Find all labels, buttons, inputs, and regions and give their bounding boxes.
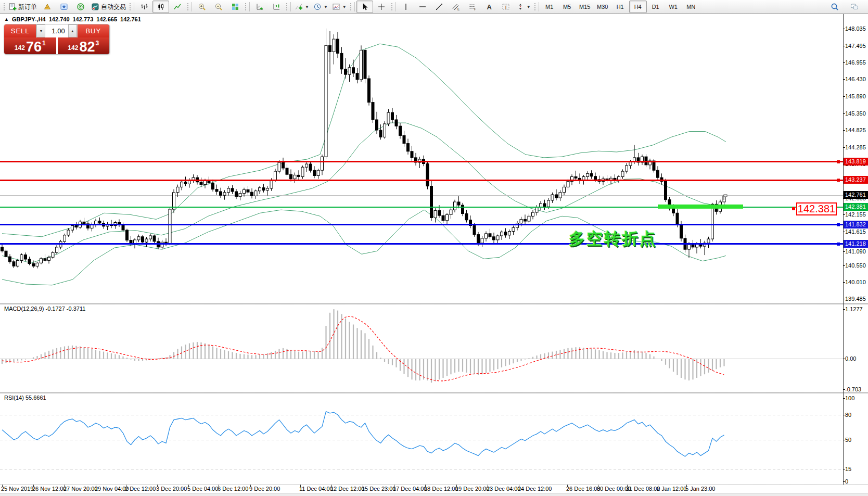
- volume-decrease-button[interactable]: ▼: [36, 24, 45, 37]
- trend-line-icon: [435, 3, 443, 11]
- volume-value[interactable]: 1.00: [45, 24, 68, 37]
- hline-handle[interactable]: [837, 160, 840, 163]
- one-click-trading-panel: SELL ▼ 1.00 ▲ BUY 142 76 1 142 82 3: [4, 24, 109, 54]
- chart-text-annotation[interactable]: 多空转折点: [569, 228, 657, 250]
- candle-body: [247, 189, 249, 192]
- tf-m1-button[interactable]: M1: [541, 1, 558, 13]
- text-label-button[interactable]: T: [497, 1, 514, 13]
- text-button[interactable]: A: [481, 1, 497, 13]
- candle-body: [75, 226, 78, 227]
- candle-body: [169, 209, 171, 244]
- tf-m1-label: M1: [545, 4, 553, 10]
- macd-indicator-label: MACD(12,26,9) -0.1727 -0.3711: [4, 306, 85, 312]
- crosshair-button[interactable]: [373, 1, 390, 13]
- cursor-icon: [361, 3, 369, 11]
- new-order-button[interactable]: 新订单: [6, 1, 39, 13]
- tf-h1-button[interactable]: H1: [611, 1, 629, 13]
- time-tick-label: 5 Dec 04:00: [187, 486, 218, 492]
- auto-scroll-button[interactable]: [251, 1, 268, 13]
- hline-handle[interactable]: [837, 179, 840, 182]
- search-button[interactable]: [826, 1, 843, 13]
- tf-m30-button[interactable]: M30: [594, 1, 611, 13]
- candle-body: [293, 175, 296, 179]
- horizontal-line-button[interactable]: [414, 1, 431, 13]
- candle-body: [259, 188, 261, 191]
- line-chart-button[interactable]: [169, 1, 186, 13]
- terminal-button[interactable]: [72, 1, 89, 13]
- candle-body: [231, 188, 234, 192]
- candle-body: [621, 171, 624, 176]
- candle-body: [145, 239, 148, 242]
- chart-window[interactable]: 148.035147.495146.955146.430145.890145.3…: [0, 14, 868, 496]
- pane-separator[interactable]: [0, 485, 868, 485]
- tile-windows-button[interactable]: [227, 1, 244, 13]
- equidistant-channel-icon: E: [452, 3, 460, 11]
- candle-body: [465, 214, 468, 220]
- tf-m5-button[interactable]: M5: [558, 1, 576, 13]
- price-callout-handle[interactable]: [792, 207, 795, 210]
- tf-mn-button[interactable]: MN: [682, 1, 700, 13]
- buy-button[interactable]: BUY: [78, 24, 109, 37]
- fibonacci-button[interactable]: F: [464, 1, 481, 13]
- candle-body: [227, 188, 230, 193]
- periods-dropdown-icon[interactable]: ▼: [324, 5, 328, 9]
- candlestick-chart-button[interactable]: [152, 1, 169, 13]
- main-chart-canvas[interactable]: [0, 14, 868, 303]
- zoom-out-button[interactable]: [210, 1, 227, 13]
- periods-button[interactable]: ▼: [311, 1, 330, 13]
- candle-body: [563, 187, 566, 192]
- candle-body: [586, 173, 589, 176]
- rsi-tick-label: 15: [845, 465, 868, 473]
- time-tick-label: 25 Nov 2019: [1, 486, 33, 492]
- volume-increase-button[interactable]: ▲: [68, 24, 77, 37]
- candle-body: [56, 247, 58, 252]
- indicators-dropdown-icon[interactable]: ▼: [305, 5, 309, 9]
- navigator-button[interactable]: [56, 1, 72, 13]
- chat-button[interactable]: [846, 1, 863, 13]
- hline-handle[interactable]: [837, 243, 840, 246]
- toolbar-separator: [395, 2, 396, 11]
- crosshair-icon: [377, 3, 386, 11]
- buy-price-button[interactable]: 142 82 3: [58, 37, 110, 54]
- price-callout-label[interactable]: 142.381: [796, 202, 837, 215]
- candle-body: [52, 252, 54, 257]
- candle-body: [239, 194, 241, 197]
- candle-body: [626, 166, 628, 171]
- sell-price-button[interactable]: 142 76 1: [4, 37, 56, 54]
- candle-body: [122, 225, 124, 230]
- templates-dropdown-icon[interactable]: ▼: [342, 5, 347, 9]
- rsi-pane-canvas[interactable]: [0, 393, 868, 485]
- rsi-tick-label: 0: [845, 478, 868, 485]
- symbol-name: GBPJPY-,H4: [12, 16, 46, 22]
- zoom-in-button[interactable]: [194, 1, 210, 13]
- price-tick-label: 141.090: [845, 248, 868, 255]
- time-tick-label: 17 Dec 04:00: [393, 486, 427, 492]
- chart-shift-button[interactable]: [268, 1, 285, 13]
- tf-m15-button[interactable]: M15: [576, 1, 594, 13]
- flag-marker-icon[interactable]: [724, 195, 727, 197]
- tf-w1-button[interactable]: W1: [665, 1, 682, 13]
- collapse-panel-icon[interactable]: ▲: [4, 17, 9, 22]
- tf-d1-button[interactable]: D1: [647, 1, 665, 13]
- ohlc-high: 142.773: [73, 16, 94, 22]
- vertical-line-button[interactable]: [398, 1, 414, 13]
- arrows-button[interactable]: ▼: [514, 1, 533, 13]
- indicators-button[interactable]: ▼: [292, 1, 311, 13]
- cursor-button[interactable]: [356, 1, 373, 13]
- equidistant-channel-button[interactable]: E: [448, 1, 464, 13]
- highlight-zone[interactable]: [658, 205, 743, 209]
- candle-body: [317, 170, 320, 175]
- sell-button[interactable]: SELL: [4, 24, 36, 37]
- macd-pane-canvas[interactable]: [0, 304, 868, 392]
- candle-body: [44, 259, 46, 261]
- arrows-dropdown-icon[interactable]: ▼: [527, 5, 531, 9]
- bar-chart-button[interactable]: [136, 1, 152, 13]
- templates-button[interactable]: ▼: [330, 1, 349, 13]
- terminal-icon: [76, 3, 85, 11]
- hline-handle[interactable]: [837, 223, 840, 226]
- auto-trading-button[interactable]: 自动交易: [89, 1, 128, 13]
- candle-body: [137, 237, 140, 240]
- trend-line-button[interactable]: [431, 1, 448, 13]
- tf-h4-button[interactable]: H4: [629, 1, 647, 13]
- market-watch-button[interactable]: [39, 1, 56, 13]
